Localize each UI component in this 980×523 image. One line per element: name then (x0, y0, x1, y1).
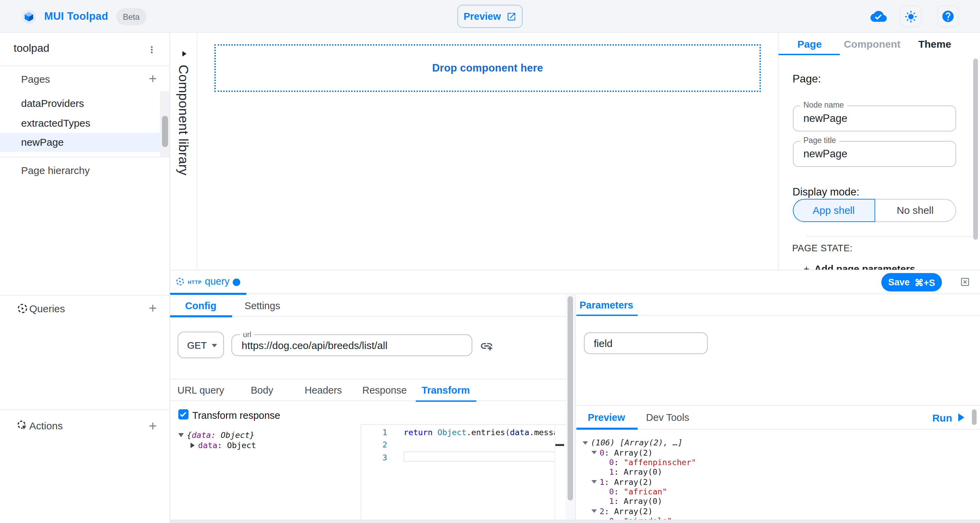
config-tabs: ConfigSettings (170, 295, 565, 316)
preview-button[interactable]: Preview (457, 5, 523, 28)
link-binding-button[interactable] (478, 337, 495, 354)
app: MUI Toolpad Beta Preview (0, 0, 980, 523)
subtab-url-query[interactable]: URL query (170, 379, 231, 401)
collapse-icon[interactable] (582, 441, 588, 444)
run-button[interactable]: Run (932, 407, 964, 429)
tab-parameters[interactable]: Parameters (576, 295, 637, 315)
token: 2 (600, 506, 605, 516)
editor-overview-ruler (555, 425, 565, 520)
method-select[interactable]: GET (178, 332, 224, 358)
config-tab-settings[interactable]: Settings (232, 295, 293, 316)
cloud-done-icon (870, 8, 887, 24)
drop-zone-label: Drop component here (432, 62, 543, 74)
token: : Object (218, 440, 256, 450)
toggle-app-shell[interactable]: App shell (792, 199, 875, 222)
node-name-label: Node name (800, 102, 847, 109)
toolpad-logo[interactable] (22, 10, 36, 24)
parameter-field[interactable]: field (584, 332, 708, 354)
sidebar-page-item[interactable]: newPage (0, 132, 160, 152)
open-in-new-icon (506, 11, 517, 21)
token: 1 (600, 477, 605, 486)
page-title-field[interactable]: Page title newPage (792, 141, 956, 167)
subtab-body[interactable]: Body (231, 379, 293, 401)
result-tree-row[interactable]: 1: Array(0) (582, 496, 696, 506)
plus-icon (147, 420, 158, 431)
cloud-saved-button[interactable] (868, 5, 889, 27)
collapse-icon[interactable] (178, 433, 183, 437)
transform-response-label: Transform response (192, 410, 280, 421)
token: : Array(2) (605, 448, 653, 457)
token: data (510, 427, 530, 437)
token: : (614, 458, 624, 467)
inspector-tab-page[interactable]: Page (778, 33, 841, 55)
editor-line-number: 1 (361, 426, 387, 438)
result-tree-row[interactable]: 2: Array(2) (582, 506, 696, 516)
result-tree-row[interactable]: 0: "affenpinscher" (582, 457, 696, 467)
pages-list: dataProvidersextractedTypesnewPage (0, 91, 160, 157)
collapse-icon[interactable] (592, 451, 597, 454)
transform-response-checkbox[interactable] (178, 409, 188, 419)
component-library-label: Component library (176, 65, 191, 175)
pages-scrollbar-thumb[interactable] (162, 116, 168, 147)
page-hierarchy-row[interactable]: Page hierarchy (0, 157, 169, 182)
dock-horizontal-scrollbar[interactable] (170, 519, 980, 523)
divider (0, 409, 170, 410)
component-library-strip[interactable]: Component library (170, 33, 197, 269)
subtab-transform[interactable]: Transform (415, 379, 476, 401)
theme-toggle-button[interactable] (900, 5, 921, 27)
collapse-icon[interactable] (592, 480, 597, 483)
tree-row[interactable]: {data: Object} (170, 430, 256, 440)
collapse-icon[interactable] (592, 509, 597, 513)
page-title-value: newPage (803, 148, 847, 160)
query-name-label: query (205, 276, 230, 287)
result-tree-row[interactable]: 1: Array(2) (582, 477, 696, 487)
help-button[interactable] (937, 5, 959, 27)
preview-scrollbar-thumb[interactable] (972, 409, 976, 424)
help-icon (941, 10, 955, 23)
save-button[interactable]: Save ⌘+S (881, 273, 942, 292)
code-editor[interactable]: 123 return Object.entries(data.message (360, 424, 565, 520)
parameters-tabs: Parameters (576, 295, 980, 316)
result-tree-row[interactable]: 0: "african" (582, 486, 696, 496)
config-pane-scrollbar[interactable] (565, 295, 575, 520)
preview-tab-preview[interactable]: Preview (576, 407, 637, 429)
play-icon (958, 414, 964, 422)
sidebar-page-item[interactable]: dataProviders (0, 94, 160, 113)
close-panel-button[interactable] (960, 277, 969, 287)
inspector-tab-component[interactable]: Component (841, 33, 904, 55)
page-state-label: PAGE STATE: (792, 243, 853, 253)
method-value: GET (187, 340, 207, 350)
add-query-button[interactable] (145, 301, 160, 316)
url-label: url (240, 331, 254, 338)
url-field[interactable]: url https://dog.ceo/api/breeds/list/all (231, 334, 472, 356)
inspector-tabs: PageComponentTheme (778, 33, 980, 55)
toggle-no-shell[interactable]: No shell (875, 199, 956, 222)
inspector-tab-theme[interactable]: Theme (904, 33, 966, 55)
app-menu-button[interactable] (143, 41, 160, 58)
expand-icon[interactable] (191, 442, 195, 448)
subtab-headers[interactable]: Headers (293, 379, 354, 401)
query-tab[interactable]: HTTP query (170, 270, 247, 294)
result-tree-row[interactable]: (106) [Array(2), …] (582, 438, 696, 448)
app-title: MUI Toolpad (44, 10, 108, 22)
preview-tab-dev-tools[interactable]: Dev Tools (637, 407, 698, 429)
sidebar-page-item[interactable]: extractedTypes (0, 113, 160, 132)
subtab-response[interactable]: Response (354, 379, 415, 401)
result-tree-row[interactable]: 0: Array(2) (582, 448, 696, 458)
node-name-field[interactable]: Node name newPage (792, 105, 956, 131)
node-name-value: newPage (803, 112, 847, 124)
config-tab-config[interactable]: Config (170, 295, 231, 316)
parameters-tab-indicator (576, 314, 637, 316)
add-page-button[interactable] (145, 71, 160, 86)
page-title-label: Page title (800, 137, 840, 144)
inspector-scrollbar-thumb[interactable] (973, 59, 978, 240)
tree-row[interactable]: data: Object (170, 440, 256, 450)
result-tree-row[interactable]: 1: Array(0) (582, 467, 696, 477)
drop-zone[interactable]: Drop component here (215, 44, 761, 92)
more-vert-icon (146, 44, 157, 55)
config-pane-scrollbar-thumb[interactable] (567, 296, 573, 500)
add-action-button[interactable] (145, 418, 160, 433)
token: 0 (609, 487, 614, 496)
divider (805, 236, 974, 237)
add-page-parameters-button[interactable]: Add page parameters (802, 263, 915, 269)
